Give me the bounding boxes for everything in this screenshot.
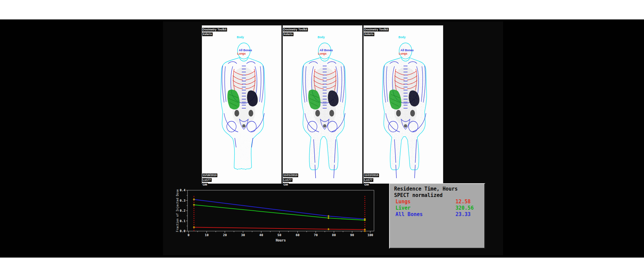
residence-organ-name: All Bones xyxy=(395,211,423,217)
svg-text:40: 40 xyxy=(259,233,263,237)
page: Dosimetry Toolkit Xeleris Body All Bones… xyxy=(0,0,644,278)
time-activity-chart[interactable]: 01020304050607080901000.00.10.20.30.4Fra… xyxy=(168,187,382,247)
svg-text:0.4: 0.4 xyxy=(180,188,185,192)
svg-text:10: 10 xyxy=(205,233,209,237)
operator-label: GM xyxy=(283,183,289,187)
roi-label-body: Body xyxy=(318,36,325,39)
operator-label: GM xyxy=(202,183,208,187)
roi-label-all-bones: All Bones xyxy=(400,49,414,52)
svg-text:0.0: 0.0 xyxy=(180,229,185,233)
svg-text:0: 0 xyxy=(187,233,190,237)
svg-text:50: 50 xyxy=(277,233,281,237)
svg-text:Hours: Hours xyxy=(276,238,286,242)
roi-label-body: Body xyxy=(398,36,406,39)
svg-text:20: 20 xyxy=(223,233,227,237)
residence-organ-name: Lungs xyxy=(395,199,411,205)
svg-text:70: 70 xyxy=(314,233,318,237)
isotope-label: Lu177 xyxy=(283,178,292,182)
workstation-label: Xeleris xyxy=(283,32,293,36)
svg-text:100: 100 xyxy=(367,233,373,237)
svg-text:60: 60 xyxy=(296,233,300,237)
svg-text:90: 90 xyxy=(350,233,354,237)
residence-title: Residence Time, Hours xyxy=(394,186,458,192)
scan-panel[interactable]: Dosimetry Toolkit Xeleris Body All Bones… xyxy=(202,25,282,184)
viewer-background: Dosimetry Toolkit Xeleris Body All Bones… xyxy=(0,19,644,258)
panel-header: Dosimetry Toolkit Xeleris xyxy=(364,27,389,36)
svg-text:0.2: 0.2 xyxy=(180,209,185,212)
acquisition-date: 11/21/2010 xyxy=(283,173,298,177)
app-title-label: Dosimetry Toolkit xyxy=(202,28,227,31)
residence-value: 23.33 xyxy=(455,211,471,217)
roi-label-body: Body xyxy=(237,36,244,39)
roi-label-all-bones: All Bones xyxy=(320,49,333,52)
scan-panel[interactable]: Dosimetry Toolkit Xeleris Body All Bones… xyxy=(282,25,363,184)
app-title-label: Dosimetry Toolkit xyxy=(283,28,308,31)
svg-text:80: 80 xyxy=(332,233,336,237)
panel-header: Dosimetry Toolkit Xeleris xyxy=(202,27,227,36)
scan-panel[interactable]: Dosimetry Toolkit Xeleris Body All Bones… xyxy=(363,25,443,184)
acquisition-info: 11/18/2010 Lu177 GM xyxy=(202,172,217,187)
svg-text:0.3: 0.3 xyxy=(180,199,185,202)
roi-label-lungs: Lungs xyxy=(237,52,246,55)
workstation-label: Xeleris xyxy=(202,32,213,36)
residence-row: Liver 320.56 xyxy=(390,205,484,211)
roi-label-lungs: Lungs xyxy=(399,52,408,55)
svg-text:Fraction of Injected Dose: Fraction of Injected Dose xyxy=(176,189,179,232)
app-canvas: Dosimetry Toolkit Xeleris Body All Bones… xyxy=(163,21,503,255)
isotope-label: Lu177 xyxy=(364,178,373,182)
roi-label-all-bones: All Bones xyxy=(239,49,252,52)
acquisition-date: 11/18/2010 xyxy=(202,173,217,177)
workstation-label: Xeleris xyxy=(364,32,374,36)
app-title-label: Dosimetry Toolkit xyxy=(364,28,389,31)
svg-text:30: 30 xyxy=(241,233,245,237)
residence-row: All Bones 23.33 xyxy=(390,211,484,218)
residence-subtitle: SPECT normalized xyxy=(394,192,443,198)
operator-label: GM xyxy=(364,183,370,187)
residence-row: Lungs 12.58 xyxy=(390,199,484,205)
panel-header: Dosimetry Toolkit Xeleris xyxy=(283,27,308,36)
isotope-label: Lu177 xyxy=(202,178,212,182)
svg-text:0.1: 0.1 xyxy=(180,219,185,223)
acquisition-date: 11/22/2010 xyxy=(364,173,379,177)
residence-value: 320.56 xyxy=(455,205,474,211)
residence-value: 12.58 xyxy=(455,199,471,205)
residence-time-panel: Residence Time, Hours SPECT normalized L… xyxy=(389,183,485,249)
acquisition-info: 11/22/2010 Lu177 GM xyxy=(364,172,379,187)
roi-label-lungs: Lungs xyxy=(318,52,327,55)
acquisition-info: 11/21/2010 Lu177 GM xyxy=(283,172,298,187)
residence-organ-name: Liver xyxy=(395,205,411,211)
